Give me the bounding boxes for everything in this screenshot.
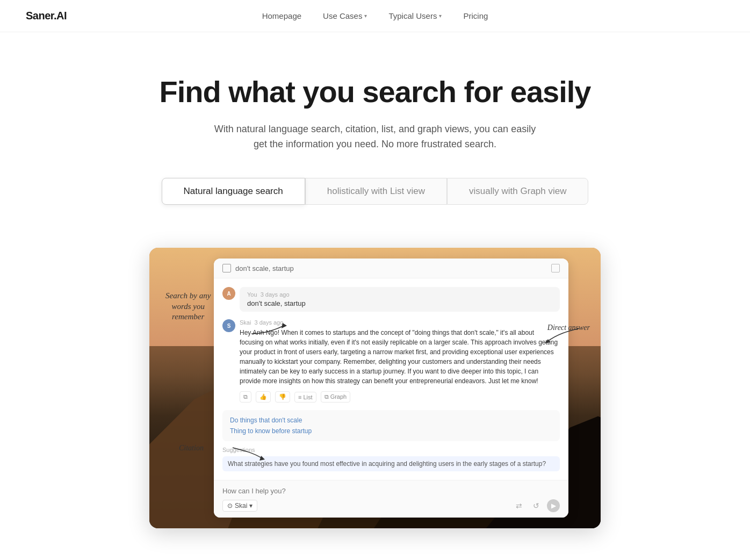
user-message-text: don't scale, startup xyxy=(247,299,552,307)
expand-icon[interactable] xyxy=(551,264,560,272)
ai-message-text: Hey Anh Ngo! When it comes to startups a… xyxy=(240,328,560,386)
logo[interactable]: Saner.AI xyxy=(26,10,67,22)
suggestions-label: Suggestions xyxy=(222,447,560,453)
model-selector[interactable]: ⊙ Skai ▾ xyxy=(222,500,257,512)
citation-link-1[interactable]: Do things that don't scale xyxy=(230,415,552,425)
nav-link-usecases[interactable]: Use Cases ▾ xyxy=(323,11,367,20)
ai-message-meta: Skai 3 days ago xyxy=(240,319,560,326)
chat-header: don't scale, startup xyxy=(214,259,568,278)
model-name: Skai xyxy=(235,502,247,509)
citation-links: Do things that don't scale Thing to know… xyxy=(222,410,560,441)
message-actions: ⧉ 👍 👎 ≡ List ⧉ Graph xyxy=(240,391,560,403)
arrow-direct-answer-svg xyxy=(536,318,590,350)
citation-link-2[interactable]: Thing to know before startup xyxy=(230,426,552,436)
chat-header-info: don't scale, startup xyxy=(222,264,294,272)
user-message-bubble: You 3 days ago don't scale, startup xyxy=(240,287,560,312)
hero-title: Find what you search for easily xyxy=(26,75,724,109)
chevron-down-icon: ▾ xyxy=(364,13,367,19)
chat-topic-label: don't scale, startup xyxy=(235,264,294,272)
dislike-button[interactable]: 👎 xyxy=(275,391,290,403)
hero-subtitle: With natural language search, citation, … xyxy=(214,121,536,153)
chat-input-area: ⊙ Skai ▾ ⇄ ↺ ▶ xyxy=(214,480,568,518)
screenshot-frame: Search by anywords youremember Direct an… xyxy=(149,248,601,528)
ai-message-content: Skai 3 days ago Hey Anh Ngo! When it com… xyxy=(240,319,560,403)
arrow-citation-svg xyxy=(179,442,259,475)
input-action-buttons: ⇄ ↺ ▶ xyxy=(513,499,560,512)
nav-link-homepage[interactable]: Homepage xyxy=(262,11,301,20)
screenshot-section: Search by anywords youremember Direct an… xyxy=(128,248,622,560)
suggestion-item[interactable]: What strategies have you found most effe… xyxy=(222,456,560,471)
nav-link-pricing[interactable]: Pricing xyxy=(463,11,488,20)
model-icon: ⊙ xyxy=(227,502,233,509)
copy-button[interactable]: ⧉ xyxy=(240,391,251,403)
feature-tabs: Natural language search holistically wit… xyxy=(26,178,724,205)
tab-natural-language-search[interactable]: Natural language search xyxy=(162,178,305,205)
user-message-meta: You 3 days ago xyxy=(247,291,552,298)
tab-list-view[interactable]: holistically with List view xyxy=(305,178,447,205)
nav-links: Homepage Use Cases ▾ Typical Users ▾ Pri… xyxy=(262,11,488,20)
chevron-down-icon: ▾ xyxy=(439,13,442,19)
graph-view-button[interactable]: ⧉ Graph xyxy=(321,391,351,403)
refresh-button[interactable]: ↺ xyxy=(530,499,543,512)
hero-section: Find what you search for easily With nat… xyxy=(0,32,750,248)
like-button[interactable]: 👍 xyxy=(256,391,271,403)
format-button[interactable]: ⇄ xyxy=(513,499,525,512)
chat-input-controls: ⊙ Skai ▾ ⇄ ↺ ▶ xyxy=(222,499,560,512)
model-chevron-icon: ▾ xyxy=(249,502,253,509)
chat-input[interactable] xyxy=(222,487,560,495)
navbar: Saner.AI Homepage Use Cases ▾ Typical Us… xyxy=(0,0,750,32)
list-view-button[interactable]: ≡ List xyxy=(294,392,316,403)
tab-graph-view[interactable]: visually with Graph view xyxy=(447,178,588,205)
nav-link-typicalusers[interactable]: Typical Users ▾ xyxy=(388,11,442,20)
suggestions-section: Suggestions What strategies have you fou… xyxy=(222,447,560,471)
arrow-search-words-svg xyxy=(165,280,284,350)
document-icon xyxy=(222,264,231,272)
send-button[interactable]: ▶ xyxy=(547,499,560,512)
